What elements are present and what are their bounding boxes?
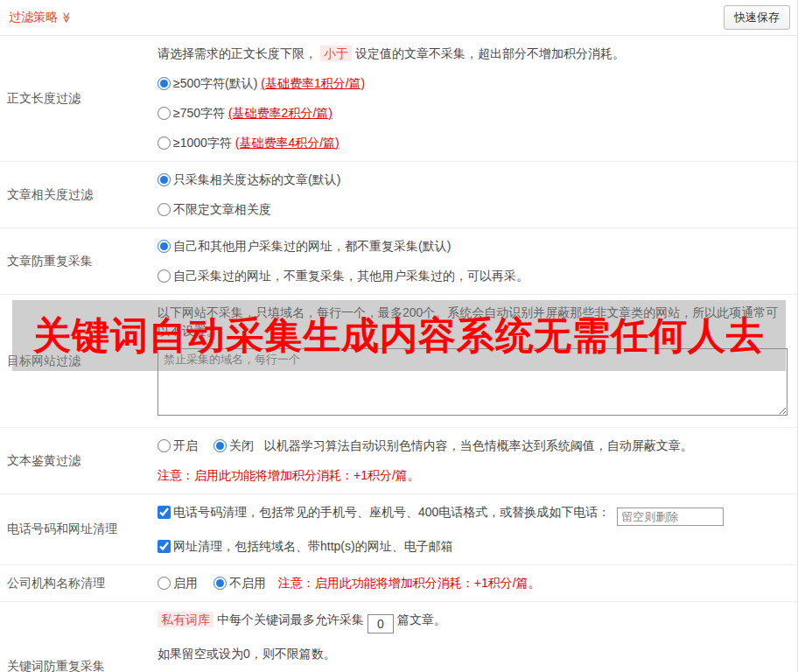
keyword-dedup-content: 私有词库中每个关键词最多允许采集篇文章。 如果留空或设为0，则不限篇数。 如果设…	[158, 602, 797, 672]
option-text: 开启	[173, 438, 198, 452]
chevron-double-down-icon: ≫	[61, 12, 72, 24]
row-url-dedup: 文章防重复采集 自己和其他用户采集过的网址，都不重复采集(默认) 自己采集过的网…	[0, 228, 797, 295]
row-keyword-dedup: 关键词防重复采集 私有词库中每个关键词最多允许采集篇文章。 如果留空或设为0，则…	[0, 602, 797, 672]
radio-porn-off[interactable]	[214, 439, 227, 452]
option-text: 关闭	[229, 438, 254, 452]
blocked-domains-textarea[interactable]	[158, 348, 788, 416]
company-clean-label: 公司机构名称清理	[0, 576, 158, 592]
radio-option-dedup-self: 自己采集过的网址，不重复采集，其他用户采集过的，可以再采。	[158, 267, 787, 285]
option-text: ≥500字符(默认)	[173, 76, 261, 90]
radio-dedup-self[interactable]	[158, 270, 171, 283]
option-text: 自己和其他用户采集过的网址，都不重复采集(默认)	[173, 239, 451, 253]
radio-option-1000: ≥1000字符 (基础费率4积分/篇)	[158, 134, 787, 152]
radio-label-porn-on[interactable]: 开启	[158, 438, 201, 452]
target-site-label: 目标网站过滤	[0, 354, 158, 369]
url-dedup-content: 自己和其他用户采集过的网址，都不重复采集(默认) 自己采集过的网址，不重复采集，…	[158, 228, 797, 294]
option-fee: (基础费率4积分/篇)	[235, 136, 340, 150]
intro-prefix: 请选择需求的正文长度下限，	[158, 46, 317, 60]
radio-label-dedup-self[interactable]: 自己采集过的网址，不重复采集，其他用户采集过的，可以再采。	[158, 269, 528, 283]
line1-mid: 中每个关键词最多允许采集	[217, 612, 364, 626]
phone-url-clean-label: 电话号码和网址清理	[0, 522, 158, 537]
checkbox-label-phone-clean[interactable]: 电话号码清理，包括常见的手机号、座机号、400电话格式，或替换成如下电话：	[158, 505, 613, 519]
checkbox-phone-clean[interactable]	[158, 506, 171, 519]
radio-label-relevance-strict[interactable]: 只采集相关度达标的文章(默认)	[158, 172, 340, 186]
company-clean-options: 启用 不启用 注意：启用此功能将增加积分消耗：+1积分/篇。	[158, 574, 787, 592]
radio-option-500: ≥500字符(默认) (基础费率1积分/篇)	[158, 74, 787, 93]
checkbox-url-clean[interactable]	[158, 540, 171, 553]
radio-relevance-any[interactable]	[158, 203, 171, 216]
keyword-dedup-line1: 私有词库中每个关键词最多允许采集篇文章。	[158, 611, 787, 634]
company-clean-content: 启用 不启用 注意：启用此功能将增加积分消耗：+1积分/篇。	[158, 565, 797, 601]
option-text: 不启用	[229, 576, 266, 590]
row-target-site-filter: 目标网站过滤 以下网站不采集，只填域名，每行一个，最多200个。系统会自动识别并…	[0, 295, 797, 428]
quick-save-button[interactable]: 快速保存	[724, 5, 790, 30]
page-title-text: 过滤策略	[9, 10, 58, 25]
row-porn-filter: 文本鉴黄过滤 开启 关闭 以机器学习算法自动识别色情内容，当色情概率达到系统阈值…	[0, 428, 797, 494]
url-dedup-label: 文章防重复采集	[0, 254, 158, 270]
radio-porn-on[interactable]	[158, 439, 171, 452]
option-fee: (基础费率2积分/篇)	[228, 106, 332, 120]
filter-strategy-page: 过滤策略 ≫ 快速保存 正文长度过滤 请选择需求的正文长度下限，小于设定值的文章…	[0, 0, 798, 672]
radio-dedup-all[interactable]	[158, 240, 171, 253]
private-lexicon-tag[interactable]: 私有词库	[158, 612, 214, 627]
checkbox-label-url-clean[interactable]: 网址清理，包括纯域名、带http(s)的网址、电子邮箱	[158, 539, 453, 553]
page-header: 过滤策略 ≫ 快速保存	[0, 0, 797, 36]
porn-filter-desc: 以机器学习算法自动识别色情内容，当色情概率达到系统阈值，自动屏蔽文章。	[264, 438, 693, 452]
phone-url-clean-content: 电话号码清理，包括常见的手机号、座机号、400电话格式，或替换成如下电话： 网址…	[158, 494, 797, 564]
row-company-clean: 公司机构名称清理 启用 不启用 注意：启用此功能将增加积分消耗：+1积分/篇。	[0, 565, 797, 602]
option-text: 只采集相关度达标的文章(默认)	[173, 172, 340, 186]
radio-option-750: ≥750字符 (基础费率2积分/篇)	[158, 104, 787, 122]
row-body-length-filter: 正文长度过滤 请选择需求的正文长度下限，小于设定值的文章不采集，超出部分不增加积…	[0, 36, 797, 162]
phone-clean-line: 电话号码清理，包括常见的手机号、座机号、400电话格式，或替换成如下电话：	[158, 503, 787, 526]
radio-label-750[interactable]: ≥750字符 (基础费率2积分/篇)	[158, 106, 332, 120]
radio-option-dedup-all: 自己和其他用户采集过的网址，都不重复采集(默认)	[158, 237, 787, 256]
radio-option-relevance-strict: 只采集相关度达标的文章(默认)	[158, 171, 787, 189]
radio-label-dedup-all[interactable]: 自己和其他用户采集过的网址，都不重复采集(默认)	[158, 239, 451, 253]
target-site-content: 以下网站不采集，只填域名，每行一个，最多200个。系统会自动识别并屏蔽那些非文章…	[158, 295, 798, 427]
radio-label-relevance-any[interactable]: 不限定文章相关度	[158, 202, 271, 216]
porn-filter-content: 开启 关闭 以机器学习算法自动识别色情内容，当色情概率达到系统阈值，自动屏蔽文章…	[158, 428, 797, 494]
radio-label-company-off[interactable]: 不启用	[214, 576, 270, 590]
porn-filter-options: 开启 关闭 以机器学习算法自动识别色情内容，当色情概率达到系统阈值，自动屏蔽文章…	[158, 437, 787, 455]
body-length-content: 请选择需求的正文长度下限，小于设定值的文章不采集，超出部分不增加积分消耗。 ≥5…	[158, 36, 797, 161]
option-text: ≥750字符	[173, 106, 228, 120]
page-title[interactable]: 过滤策略 ≫	[9, 10, 73, 25]
keyword-dedup-label: 关键词防重复采集	[0, 659, 158, 672]
less-than-tag: 小于	[320, 46, 352, 61]
porn-filter-note: 注意：启用此功能将增加积分消耗：+1积分/篇。	[158, 466, 787, 485]
option-text: 不限定文章相关度	[173, 202, 271, 216]
option-text: 启用	[173, 576, 198, 590]
relevance-content: 只采集相关度达标的文章(默认) 不限定文章相关度	[158, 162, 797, 228]
replacement-phone-input[interactable]	[617, 508, 724, 526]
row-phone-url-clean: 电话号码和网址清理 电话号码清理，包括常见的手机号、座机号、400电话格式，或替…	[0, 494, 797, 565]
max-articles-input[interactable]	[368, 614, 394, 634]
radio-500[interactable]	[158, 77, 171, 90]
row-relevance-filter: 文章相关度过滤 只采集相关度达标的文章(默认) 不限定文章相关度	[0, 162, 797, 228]
option-text: 网址清理，包括纯域名、带http(s)的网址、电子邮箱	[173, 539, 453, 553]
radio-750[interactable]	[158, 107, 171, 120]
option-text: ≥1000字符	[173, 136, 235, 150]
radio-label-company-on[interactable]: 启用	[158, 576, 201, 590]
option-text: 电话号码清理，包括常见的手机号、座机号、400电话格式，或替换成如下电话：	[173, 505, 610, 519]
company-clean-note: 注意：启用此功能将增加积分消耗：+1积分/篇。	[278, 576, 541, 590]
option-text: 自己采集过的网址，不重复采集，其他用户采集过的，可以再采。	[173, 269, 528, 283]
porn-filter-label: 文本鉴黄过滤	[0, 453, 158, 469]
line1-end: 篇文章。	[397, 612, 446, 626]
option-fee: (基础费率1积分/篇)	[261, 76, 365, 90]
url-clean-line: 网址清理，包括纯域名、带http(s)的网址、电子邮箱	[158, 537, 787, 556]
radio-1000[interactable]	[158, 136, 171, 150]
radio-company-on[interactable]	[158, 577, 171, 590]
intro-suffix: 设定值的文章不采集，超出部分不增加积分消耗。	[355, 46, 625, 60]
radio-label-500[interactable]: ≥500字符(默认) (基础费率1积分/篇)	[158, 76, 365, 90]
radio-label-1000[interactable]: ≥1000字符 (基础费率4积分/篇)	[158, 136, 340, 150]
radio-company-off[interactable]	[214, 577, 227, 590]
radio-label-porn-off[interactable]: 关闭	[214, 438, 257, 452]
target-site-desc: 以下网站不采集，只填域名，每行一个，最多200个。系统会自动识别并屏蔽那些非文章…	[158, 304, 788, 340]
body-length-intro: 请选择需求的正文长度下限，小于设定值的文章不采集，超出部分不增加积分消耗。	[158, 45, 787, 63]
radio-option-relevance-any: 不限定文章相关度	[158, 200, 787, 219]
relevance-label: 文章相关度过滤	[0, 187, 158, 203]
keyword-dedup-line2: 如果留空或设为0，则不限篇数。	[158, 645, 787, 663]
body-length-label: 正文长度过滤	[0, 91, 158, 107]
radio-relevance-strict[interactable]	[158, 173, 171, 186]
